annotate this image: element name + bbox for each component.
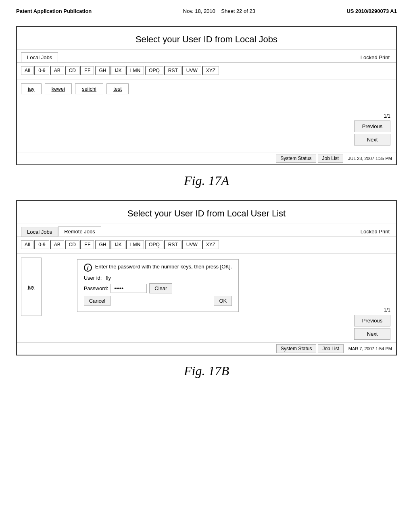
alpha-btn-all[interactable]: All bbox=[21, 66, 33, 75]
page-indicator-b: 1/1 bbox=[384, 308, 390, 313]
user-btn-test[interactable]: test bbox=[106, 83, 129, 94]
userid-row: User id: fly bbox=[84, 275, 232, 281]
user-btn-jay[interactable]: jay bbox=[21, 83, 42, 94]
user-btn-jay-b[interactable]: jay bbox=[21, 258, 42, 316]
alpha-btn-b-all[interactable]: All bbox=[21, 240, 33, 249]
fig17b-container: Select your User ID from Local User List… bbox=[16, 200, 397, 355]
datetime-display: JUL 23, 2007 1:35 PM bbox=[348, 156, 392, 161]
alpha-btn-b-gh[interactable]: GH bbox=[95, 240, 110, 249]
alpha-btn-b-ijk[interactable]: IJK bbox=[111, 240, 125, 249]
alpha-btn-09[interactable]: 0-9 bbox=[34, 66, 49, 75]
right-nav: 1/1 Previous Next bbox=[352, 83, 392, 148]
footer-row-b: System Status Job List MAR 7, 2007 1:54 … bbox=[17, 342, 396, 355]
alpha-btn-rst[interactable]: RST bbox=[164, 66, 181, 75]
datetime-display-b: MAR 7, 2007 1:54 PM bbox=[348, 346, 392, 351]
page-indicator: 1/1 bbox=[384, 113, 390, 119]
user-list: jaykeweiseiichitest bbox=[21, 83, 352, 148]
alpha-btn-b-opq[interactable]: OPQ bbox=[145, 240, 163, 249]
job-list-button-b[interactable]: Job List bbox=[318, 344, 343, 353]
system-status-button-b[interactable]: System Status bbox=[276, 344, 316, 353]
password-label: Password: bbox=[84, 285, 108, 291]
fig17b-tab-row: Local Jobs Remote Jobs Locked Print bbox=[17, 224, 396, 237]
patent-left: Patent Application Publication bbox=[16, 8, 92, 14]
patent-header: Patent Application Publication Nov. 18, … bbox=[16, 8, 397, 14]
alpha-filter-row: All0-9ABCDEFGHIJKLMNOPQRSTUVWXYZ bbox=[17, 63, 396, 79]
password-row: Password: Clear bbox=[84, 283, 232, 293]
alpha-btn-b-ef[interactable]: EF bbox=[80, 240, 94, 249]
fig17a-title: Select your User ID from Local Jobs bbox=[17, 27, 396, 50]
dialog-info-text: Enter the password with the number keys,… bbox=[95, 264, 232, 270]
content-area-b: jay i Enter the password with the number… bbox=[17, 254, 396, 342]
alpha-btn-b-ab[interactable]: AB bbox=[50, 240, 64, 249]
patent-right: US 2010/0290073 A1 bbox=[346, 8, 397, 14]
ok-button[interactable]: OK bbox=[214, 296, 232, 306]
tab-local-jobs[interactable]: Local Jobs bbox=[21, 52, 58, 62]
alpha-btn-b-cd[interactable]: CD bbox=[65, 240, 79, 249]
dialog-header: i Enter the password with the number key… bbox=[84, 264, 232, 272]
next-button-b[interactable]: Next bbox=[354, 328, 390, 340]
fig17a-container: Select your User ID from Local Jobs Loca… bbox=[16, 26, 397, 165]
fig17a-label: Fig. 17A bbox=[16, 173, 397, 188]
fig17b-title: Select your User ID from Local User List bbox=[17, 201, 396, 224]
content-area: jaykeweiseiichitest 1/1 Previous Next bbox=[17, 79, 396, 152]
footer-row: System Status Job List JUL 23, 2007 1:35… bbox=[17, 152, 396, 164]
clear-button[interactable]: Clear bbox=[149, 283, 172, 293]
alpha-filter-row-b: All0-9ABCDEFGHIJKLMNOPQRSTUVWXYZ bbox=[17, 237, 396, 254]
password-input[interactable] bbox=[111, 284, 147, 293]
user-btn-seiichi[interactable]: seiichi bbox=[75, 83, 103, 94]
alpha-btn-ijk[interactable]: IJK bbox=[111, 66, 125, 75]
alpha-btn-lmn[interactable]: LMN bbox=[126, 66, 144, 75]
previous-button-b[interactable]: Previous bbox=[354, 315, 390, 326]
locked-print-label-b: Locked Print bbox=[361, 229, 392, 237]
locked-print-label: Locked Print bbox=[361, 54, 392, 62]
system-status-button[interactable]: System Status bbox=[276, 154, 316, 163]
tab-local-jobs-b[interactable]: Local Jobs bbox=[21, 227, 58, 237]
user-btn-kewei[interactable]: kewei bbox=[45, 83, 72, 94]
fig17a-tab-row: Local Jobs Locked Print bbox=[17, 50, 396, 63]
alpha-btn-ef[interactable]: EF bbox=[80, 66, 94, 75]
right-nav-b: 1/1 Previous Next bbox=[352, 258, 392, 342]
cancel-button[interactable]: Cancel bbox=[84, 296, 111, 306]
alpha-btn-b-xyz[interactable]: XYZ bbox=[202, 240, 219, 249]
alpha-btn-xyz[interactable]: XYZ bbox=[202, 66, 219, 75]
password-dialog: i Enter the password with the number key… bbox=[77, 259, 239, 312]
user-list-b: jay i Enter the password with the number… bbox=[21, 258, 352, 342]
dialog-actions: Cancel OK bbox=[84, 296, 232, 306]
userid-label: User id: bbox=[84, 275, 102, 281]
alpha-btn-gh[interactable]: GH bbox=[95, 66, 110, 75]
alpha-btn-opq[interactable]: OPQ bbox=[145, 66, 163, 75]
alpha-btn-b-rst[interactable]: RST bbox=[164, 240, 181, 249]
job-list-button[interactable]: Job List bbox=[318, 154, 343, 163]
alpha-btn-uvw[interactable]: UVW bbox=[182, 66, 201, 75]
alpha-btn-b-lmn[interactable]: LMN bbox=[126, 240, 144, 249]
alpha-btn-b-uvw[interactable]: UVW bbox=[182, 240, 201, 249]
userid-value: fly bbox=[104, 275, 111, 281]
previous-button[interactable]: Previous bbox=[354, 121, 390, 132]
alpha-btn-ab[interactable]: AB bbox=[50, 66, 64, 75]
info-icon: i bbox=[84, 264, 92, 272]
next-button[interactable]: Next bbox=[354, 134, 390, 145]
alpha-btn-b-09[interactable]: 0-9 bbox=[34, 240, 49, 249]
tab-remote-jobs[interactable]: Remote Jobs bbox=[58, 227, 101, 237]
fig17b-label: Fig. 17B bbox=[16, 364, 397, 378]
ok-group: OK bbox=[214, 296, 232, 306]
patent-center: Nov. 18, 2010 Sheet 22 of 23 bbox=[183, 8, 255, 14]
alpha-btn-cd[interactable]: CD bbox=[65, 66, 79, 75]
